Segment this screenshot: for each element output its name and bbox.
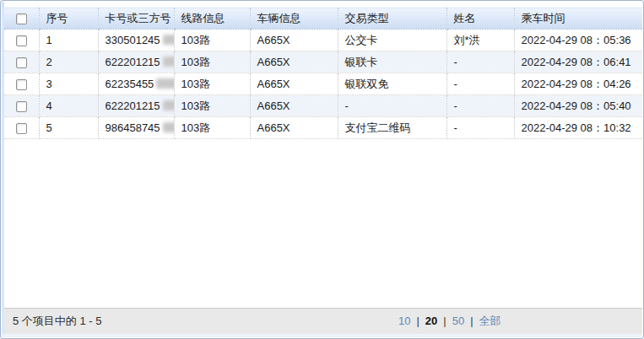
cell-passenger-name: - [446,95,514,117]
masked-card-digits [163,122,174,132]
cell-index: 5 [39,117,98,139]
column-header-vehicle: 车辆信息 [250,8,338,30]
select-all-checkbox[interactable] [16,13,27,24]
cell-passenger-name: - [446,117,514,139]
pager-separator: | [443,315,446,327]
row-checkbox-cell [4,95,39,117]
cell-transaction-type: - [338,95,446,117]
row-checkbox[interactable] [16,123,27,134]
table-row: 4622201215103路A665X--2022-04-29 08：05:40 [4,95,642,117]
cell-transaction-type: 银联卡 [338,51,446,73]
cell-card-number: 62235455 [98,73,174,95]
cell-vehicle-info: A665X [250,95,338,117]
table-header-row: 序号 卡号或三方号 线路信息 车辆信息 交易类型 姓名 乘车时间 [4,8,642,30]
cell-index: 4 [39,95,98,117]
cell-passenger-name: - [446,73,514,95]
cell-card-number: 622201215 [98,95,174,117]
page-size-全部[interactable]: 全部 [479,315,501,327]
column-header-time: 乘车时间 [514,8,642,30]
cell-vehicle-info: A665X [250,73,338,95]
column-header-card: 卡号或三方号 [98,8,174,30]
row-checkbox-cell [4,73,39,95]
cell-index: 2 [39,51,98,73]
table-row: 362235455103路A665X银联双免-2022-04-29 08：04:… [4,73,642,95]
pager-separator: | [470,315,473,327]
page-size-50[interactable]: 50 [452,315,464,327]
cell-ride-time: 2022-04-29 08：05:36 [514,30,642,51]
row-checkbox[interactable] [16,57,27,68]
pager-separator: | [416,315,419,327]
row-checkbox[interactable] [16,79,27,90]
transactions-panel: 序号 卡号或三方号 线路信息 车辆信息 交易类型 姓名 乘车时间 1330501… [0,0,644,339]
table-row: 2622201215103路A665X银联卡-2022-04-29 08：06:… [4,51,642,73]
column-header-index: 序号 [39,8,98,30]
cell-transaction-type: 银联双免 [338,73,446,95]
cell-line-info: 103路 [174,73,250,95]
column-header-line: 线路信息 [174,8,250,30]
cell-transaction-type: 支付宝二维码 [338,117,446,139]
cell-index: 1 [39,30,98,51]
cell-line-info: 103路 [174,30,250,51]
header-checkbox-cell [4,8,39,30]
masked-card-digits [156,78,174,89]
column-header-type: 交易类型 [338,8,446,30]
row-checkbox-cell [4,117,39,139]
row-checkbox-cell [4,30,39,51]
cell-ride-time: 2022-04-29 08：10:32 [514,117,642,139]
table-row: 5986458745103路A665X支付宝二维码-2022-04-29 08：… [4,117,642,139]
pagination-summary: 5 个项目中的 1 - 5 [13,309,101,334]
row-checkbox[interactable] [16,101,27,112]
masked-card-digits [163,56,174,67]
masked-card-digits [163,35,174,45]
cell-transaction-type: 公交卡 [338,30,446,51]
cell-vehicle-info: A665X [250,51,338,73]
cell-card-number: 986458745 [98,117,174,139]
cell-passenger-name: - [446,51,514,73]
cell-line-info: 103路 [174,51,250,73]
cell-ride-time: 2022-04-29 08：04:26 [514,73,642,95]
cell-vehicle-info: A665X [250,30,338,51]
panel-bottom-frame [2,334,642,337]
page-size-10[interactable]: 10 [398,315,410,327]
page-size-selector: 10|20|50|全部 [392,309,507,334]
page-size-20: 20 [425,315,437,327]
cell-card-number: 622201215 [98,51,174,73]
column-header-name: 姓名 [446,8,514,30]
cell-passenger-name: 刘*洪 [446,30,514,51]
table-row: 1330501245103路A665X公交卡刘*洪2022-04-29 08：0… [4,30,642,51]
cell-ride-time: 2022-04-29 08：05:40 [514,95,642,117]
masked-card-digits [163,100,174,110]
cell-vehicle-info: A665X [250,117,338,139]
pagination-footer: 5 个项目中的 1 - 5 10|20|50|全部 [4,308,642,334]
row-checkbox-cell [4,51,39,73]
cell-card-number: 330501245 [98,30,174,51]
table-content-area: 序号 卡号或三方号 线路信息 车辆信息 交易类型 姓名 乘车时间 1330501… [4,2,642,334]
transactions-table: 序号 卡号或三方号 线路信息 车辆信息 交易类型 姓名 乘车时间 1330501… [4,7,642,139]
cell-line-info: 103路 [174,95,250,117]
row-checkbox[interactable] [16,35,27,46]
cell-index: 3 [39,73,98,95]
cell-line-info: 103路 [174,117,250,139]
cell-ride-time: 2022-04-29 08：06:41 [514,51,642,73]
